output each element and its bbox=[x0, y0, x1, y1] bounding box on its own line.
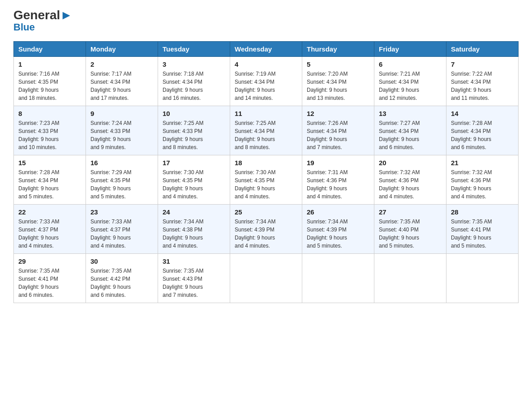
calendar-cell: 2Sunrise: 7:17 AMSunset: 4:34 PMDaylight… bbox=[86, 57, 158, 106]
calendar-cell bbox=[302, 254, 374, 303]
calendar-cell: 30Sunrise: 7:35 AMSunset: 4:42 PMDayligh… bbox=[86, 254, 158, 303]
day-info: Sunrise: 7:35 AMSunset: 4:42 PMDaylight:… bbox=[90, 267, 153, 299]
day-info: Sunrise: 7:21 AMSunset: 4:34 PMDaylight:… bbox=[379, 70, 442, 102]
logo-arrow: ► bbox=[60, 8, 73, 22]
header-thursday: Thursday bbox=[302, 42, 374, 57]
calendar-cell: 12Sunrise: 7:26 AMSunset: 4:34 PMDayligh… bbox=[302, 106, 374, 155]
day-info: Sunrise: 7:18 AMSunset: 4:34 PMDaylight:… bbox=[163, 70, 225, 102]
calendar-cell: 10Sunrise: 7:25 AMSunset: 4:33 PMDayligh… bbox=[158, 106, 230, 155]
week-row-2: 8Sunrise: 7:23 AMSunset: 4:33 PMDaylight… bbox=[14, 106, 519, 155]
calendar-cell: 16Sunrise: 7:29 AMSunset: 4:35 PMDayligh… bbox=[86, 155, 158, 205]
calendar-cell: 28Sunrise: 7:35 AMSunset: 4:41 PMDayligh… bbox=[446, 205, 519, 254]
day-number: 17 bbox=[163, 159, 225, 167]
day-info: Sunrise: 7:19 AMSunset: 4:34 PMDaylight:… bbox=[235, 70, 297, 102]
day-info: Sunrise: 7:35 AMSunset: 4:43 PMDaylight:… bbox=[163, 267, 225, 299]
week-row-1: 1Sunrise: 7:16 AMSunset: 4:35 PMDaylight… bbox=[14, 57, 519, 106]
day-info: Sunrise: 7:16 AMSunset: 4:35 PMDaylight:… bbox=[18, 70, 81, 102]
calendar-table: SundayMondayTuesdayWednesdayThursdayFrid… bbox=[13, 41, 519, 303]
day-info: Sunrise: 7:35 AMSunset: 4:41 PMDaylight:… bbox=[18, 267, 81, 299]
day-number: 26 bbox=[307, 208, 369, 216]
day-info: Sunrise: 7:33 AMSunset: 4:37 PMDaylight:… bbox=[90, 218, 153, 250]
calendar-cell: 8Sunrise: 7:23 AMSunset: 4:33 PMDaylight… bbox=[14, 106, 86, 155]
day-number: 15 bbox=[18, 159, 81, 167]
day-number: 23 bbox=[90, 208, 153, 216]
header-saturday: Saturday bbox=[446, 42, 519, 57]
day-number: 28 bbox=[451, 208, 514, 216]
calendar-cell: 9Sunrise: 7:24 AMSunset: 4:33 PMDaylight… bbox=[86, 106, 158, 155]
week-row-4: 22Sunrise: 7:33 AMSunset: 4:37 PMDayligh… bbox=[14, 205, 519, 254]
day-info: Sunrise: 7:23 AMSunset: 4:33 PMDaylight:… bbox=[18, 119, 81, 151]
day-number: 29 bbox=[18, 257, 81, 265]
calendar-cell: 20Sunrise: 7:32 AMSunset: 4:36 PMDayligh… bbox=[374, 155, 446, 205]
day-number: 21 bbox=[451, 159, 514, 167]
day-number: 7 bbox=[451, 60, 514, 68]
day-info: Sunrise: 7:35 AMSunset: 4:41 PMDaylight:… bbox=[451, 218, 514, 250]
calendar-cell bbox=[446, 254, 519, 303]
calendar-cell: 15Sunrise: 7:28 AMSunset: 4:34 PMDayligh… bbox=[14, 155, 86, 205]
day-number: 9 bbox=[90, 110, 153, 117]
day-number: 31 bbox=[163, 257, 225, 265]
day-info: Sunrise: 7:24 AMSunset: 4:33 PMDaylight:… bbox=[90, 119, 153, 151]
day-info: Sunrise: 7:17 AMSunset: 4:34 PMDaylight:… bbox=[90, 70, 153, 102]
calendar-cell: 23Sunrise: 7:33 AMSunset: 4:37 PMDayligh… bbox=[86, 205, 158, 254]
day-info: Sunrise: 7:26 AMSunset: 4:34 PMDaylight:… bbox=[307, 119, 369, 151]
calendar-cell: 1Sunrise: 7:16 AMSunset: 4:35 PMDaylight… bbox=[14, 57, 86, 106]
day-number: 10 bbox=[163, 110, 225, 117]
calendar-cell bbox=[374, 254, 446, 303]
calendar-cell: 5Sunrise: 7:20 AMSunset: 4:34 PMDaylight… bbox=[302, 57, 374, 106]
day-number: 18 bbox=[235, 159, 297, 167]
day-number: 30 bbox=[90, 257, 153, 265]
calendar-cell: 29Sunrise: 7:35 AMSunset: 4:41 PMDayligh… bbox=[14, 254, 86, 303]
day-number: 1 bbox=[18, 60, 81, 68]
day-number: 14 bbox=[451, 110, 514, 117]
day-number: 6 bbox=[379, 60, 442, 68]
calendar-cell: 22Sunrise: 7:33 AMSunset: 4:37 PMDayligh… bbox=[14, 205, 86, 254]
calendar-header-row: SundayMondayTuesdayWednesdayThursdayFrid… bbox=[14, 42, 519, 57]
day-number: 16 bbox=[90, 159, 153, 167]
day-number: 25 bbox=[235, 208, 297, 216]
calendar-cell: 3Sunrise: 7:18 AMSunset: 4:34 PMDaylight… bbox=[158, 57, 230, 106]
calendar-cell: 26Sunrise: 7:34 AMSunset: 4:39 PMDayligh… bbox=[302, 205, 374, 254]
day-number: 19 bbox=[307, 159, 369, 167]
day-info: Sunrise: 7:32 AMSunset: 4:36 PMDaylight:… bbox=[379, 168, 442, 201]
day-number: 5 bbox=[307, 60, 369, 68]
week-row-5: 29Sunrise: 7:35 AMSunset: 4:41 PMDayligh… bbox=[14, 254, 519, 303]
calendar-cell bbox=[230, 254, 302, 303]
calendar-cell: 19Sunrise: 7:31 AMSunset: 4:36 PMDayligh… bbox=[302, 155, 374, 205]
calendar-cell: 31Sunrise: 7:35 AMSunset: 4:43 PMDayligh… bbox=[158, 254, 230, 303]
day-info: Sunrise: 7:32 AMSunset: 4:36 PMDaylight:… bbox=[451, 168, 514, 201]
day-number: 24 bbox=[163, 208, 225, 216]
calendar-cell: 24Sunrise: 7:34 AMSunset: 4:38 PMDayligh… bbox=[158, 205, 230, 254]
day-info: Sunrise: 7:30 AMSunset: 4:35 PMDaylight:… bbox=[163, 168, 225, 201]
day-number: 2 bbox=[90, 60, 153, 68]
calendar-cell: 7Sunrise: 7:22 AMSunset: 4:34 PMDaylight… bbox=[446, 57, 519, 106]
day-info: Sunrise: 7:28 AMSunset: 4:34 PMDaylight:… bbox=[451, 119, 514, 151]
day-info: Sunrise: 7:33 AMSunset: 4:37 PMDaylight:… bbox=[18, 218, 81, 250]
day-info: Sunrise: 7:28 AMSunset: 4:34 PMDaylight:… bbox=[18, 168, 81, 201]
day-number: 11 bbox=[235, 110, 297, 117]
day-number: 8 bbox=[18, 110, 81, 117]
day-info: Sunrise: 7:34 AMSunset: 4:39 PMDaylight:… bbox=[235, 218, 297, 250]
day-number: 20 bbox=[379, 159, 442, 167]
day-info: Sunrise: 7:35 AMSunset: 4:40 PMDaylight:… bbox=[379, 218, 442, 250]
header-wednesday: Wednesday bbox=[230, 42, 302, 57]
day-info: Sunrise: 7:31 AMSunset: 4:36 PMDaylight:… bbox=[307, 168, 369, 201]
calendar-cell: 25Sunrise: 7:34 AMSunset: 4:39 PMDayligh… bbox=[230, 205, 302, 254]
day-info: Sunrise: 7:30 AMSunset: 4:35 PMDaylight:… bbox=[235, 168, 297, 201]
day-info: Sunrise: 7:20 AMSunset: 4:34 PMDaylight:… bbox=[307, 70, 369, 102]
day-number: 4 bbox=[235, 60, 297, 68]
day-info: Sunrise: 7:34 AMSunset: 4:38 PMDaylight:… bbox=[163, 218, 225, 250]
logo-blue: Blue bbox=[13, 21, 35, 33]
calendar-cell: 18Sunrise: 7:30 AMSunset: 4:35 PMDayligh… bbox=[230, 155, 302, 205]
day-info: Sunrise: 7:27 AMSunset: 4:34 PMDaylight:… bbox=[379, 119, 442, 151]
day-info: Sunrise: 7:25 AMSunset: 4:33 PMDaylight:… bbox=[163, 119, 225, 151]
day-number: 22 bbox=[18, 208, 81, 216]
calendar-cell: 4Sunrise: 7:19 AMSunset: 4:34 PMDaylight… bbox=[230, 57, 302, 106]
calendar-cell: 6Sunrise: 7:21 AMSunset: 4:34 PMDaylight… bbox=[374, 57, 446, 106]
calendar-cell: 27Sunrise: 7:35 AMSunset: 4:40 PMDayligh… bbox=[374, 205, 446, 254]
calendar-cell: 11Sunrise: 7:25 AMSunset: 4:34 PMDayligh… bbox=[230, 106, 302, 155]
calendar-cell: 21Sunrise: 7:32 AMSunset: 4:36 PMDayligh… bbox=[446, 155, 519, 205]
day-info: Sunrise: 7:22 AMSunset: 4:34 PMDaylight:… bbox=[451, 70, 514, 102]
header-friday: Friday bbox=[374, 42, 446, 57]
calendar-cell: 13Sunrise: 7:27 AMSunset: 4:34 PMDayligh… bbox=[374, 106, 446, 155]
